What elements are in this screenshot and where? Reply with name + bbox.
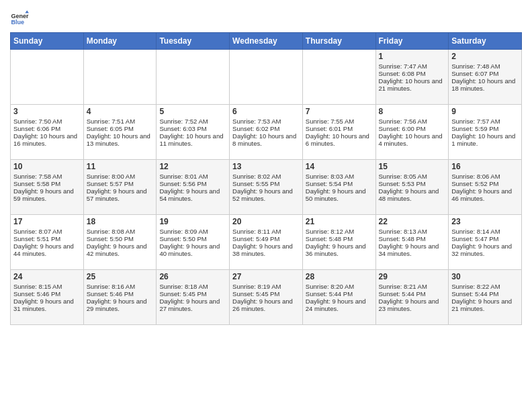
day-info-line: Daylight: 9 hours and 38 minutes. <box>232 242 300 257</box>
day-info-line: Sunrise: 7:51 AM <box>87 118 154 125</box>
week-row-1: 1Sunrise: 7:47 AMSunset: 6:08 PMDaylight… <box>11 50 522 105</box>
day-cell: 13Sunrise: 8:02 AMSunset: 5:55 PMDayligh… <box>230 160 303 215</box>
day-number: 5 <box>159 107 226 116</box>
day-info-line: Daylight: 9 hours and 48 minutes. <box>379 187 446 202</box>
day-number: 3 <box>13 107 81 116</box>
day-cell <box>11 50 84 105</box>
day-info-line: Daylight: 9 hours and 50 minutes. <box>306 187 373 202</box>
day-info-line: Sunset: 5:58 PM <box>13 180 81 187</box>
day-number: 21 <box>306 217 373 226</box>
week-row-3: 10Sunrise: 7:58 AMSunset: 5:58 PMDayligh… <box>11 160 522 215</box>
day-info-line: Daylight: 10 hours and 6 minutes. <box>306 132 373 147</box>
day-info-line: Sunset: 6:06 PM <box>13 125 81 132</box>
svg-text:Blue: Blue <box>11 19 24 26</box>
day-info-line: Daylight: 9 hours and 57 minutes. <box>87 187 154 202</box>
day-header-monday: Monday <box>83 33 157 50</box>
day-info-line: Sunrise: 8:08 AM <box>87 228 154 235</box>
logo-icon: General Blue <box>10 9 29 28</box>
svg-text:General: General <box>11 13 29 19</box>
day-info-line: Sunset: 6:05 PM <box>87 125 154 132</box>
day-info-line: Sunrise: 8:14 AM <box>451 228 519 235</box>
day-info-line: Sunrise: 8:09 AM <box>159 228 226 235</box>
day-info-line: Daylight: 9 hours and 24 minutes. <box>306 298 373 312</box>
day-info-line: Daylight: 9 hours and 26 minutes. <box>232 298 300 312</box>
day-info-line: Sunset: 6:03 PM <box>159 125 226 132</box>
day-info-line: Daylight: 10 hours and 13 minutes. <box>87 132 154 147</box>
day-cell: 22Sunrise: 8:13 AMSunset: 5:48 PMDayligh… <box>375 215 449 270</box>
logo: General Blue <box>10 9 32 28</box>
day-info-line: Sunrise: 8:03 AM <box>306 173 373 180</box>
day-cell: 25Sunrise: 8:16 AMSunset: 5:46 PMDayligh… <box>83 270 157 325</box>
day-info-line: Daylight: 10 hours and 11 minutes. <box>159 132 226 147</box>
calendar-header: SundayMondayTuesdayWednesdayThursdayFrid… <box>11 33 522 50</box>
header: General Blue <box>10 7 522 28</box>
day-info-line: Daylight: 10 hours and 4 minutes. <box>379 132 446 147</box>
day-info-line: Sunrise: 7:55 AM <box>306 118 373 125</box>
day-cell: 23Sunrise: 8:14 AMSunset: 5:47 PMDayligh… <box>449 215 522 270</box>
day-info-line: Sunset: 5:45 PM <box>232 290 300 298</box>
day-number: 25 <box>87 272 154 281</box>
day-info-line: Sunset: 5:55 PM <box>232 180 300 187</box>
day-info-line: Daylight: 9 hours and 21 minutes. <box>451 298 519 312</box>
day-cell: 14Sunrise: 8:03 AMSunset: 5:54 PMDayligh… <box>302 160 375 215</box>
day-info-line: Sunrise: 8:19 AM <box>232 283 300 290</box>
day-cell: 5Sunrise: 7:52 AMSunset: 6:03 PMDaylight… <box>157 105 230 160</box>
day-number: 1 <box>379 52 446 61</box>
day-info-line: Daylight: 10 hours and 18 minutes. <box>451 77 519 92</box>
day-info-line: Sunrise: 8:00 AM <box>87 173 154 180</box>
day-info-line: Sunset: 6:00 PM <box>379 125 446 132</box>
day-info-line: Daylight: 10 hours and 16 minutes. <box>13 132 81 147</box>
day-number: 2 <box>451 52 519 61</box>
day-cell: 19Sunrise: 8:09 AMSunset: 5:50 PMDayligh… <box>157 215 230 270</box>
day-number: 28 <box>306 272 373 281</box>
day-info-line: Sunset: 5:53 PM <box>379 180 446 187</box>
day-info-line: Daylight: 9 hours and 59 minutes. <box>13 187 81 202</box>
calendar-body: 1Sunrise: 7:47 AMSunset: 6:08 PMDaylight… <box>11 50 522 325</box>
calendar-table: SundayMondayTuesdayWednesdayThursdayFrid… <box>10 32 522 325</box>
day-info-line: Sunset: 5:45 PM <box>159 290 226 298</box>
day-info-line: Sunset: 5:47 PM <box>451 235 519 242</box>
week-row-2: 3Sunrise: 7:50 AMSunset: 6:06 PMDaylight… <box>11 105 522 160</box>
day-info-line: Sunrise: 8:15 AM <box>13 283 81 290</box>
day-number: 11 <box>87 162 154 171</box>
day-info-line: Sunset: 5:50 PM <box>87 235 154 242</box>
day-info-line: Sunset: 5:46 PM <box>13 290 81 298</box>
day-info-line: Sunrise: 8:16 AM <box>87 283 154 290</box>
day-info-line: Sunset: 5:44 PM <box>451 290 519 298</box>
day-info-line: Daylight: 10 hours and 1 minute. <box>451 132 519 147</box>
day-info-line: Sunrise: 8:18 AM <box>159 283 226 290</box>
day-number: 22 <box>379 217 446 226</box>
day-cell <box>302 50 375 105</box>
day-number: 14 <box>306 162 373 171</box>
day-cell <box>230 50 303 105</box>
day-info-line: Sunset: 5:51 PM <box>13 235 81 242</box>
day-info-line: Sunrise: 7:47 AM <box>379 62 446 70</box>
day-cell: 2Sunrise: 7:48 AMSunset: 6:07 PMDaylight… <box>449 50 522 105</box>
day-number: 9 <box>451 107 519 116</box>
day-info-line: Sunrise: 7:50 AM <box>13 118 81 125</box>
day-number: 23 <box>451 217 519 226</box>
day-cell: 12Sunrise: 8:01 AMSunset: 5:56 PMDayligh… <box>157 160 230 215</box>
day-number: 30 <box>451 272 519 281</box>
day-info-line: Sunset: 5:59 PM <box>451 125 519 132</box>
day-header-thursday: Thursday <box>302 33 375 50</box>
day-info-line: Daylight: 9 hours and 36 minutes. <box>306 242 373 257</box>
day-header-sunday: Sunday <box>11 33 84 50</box>
day-info-line: Sunrise: 8:20 AM <box>306 283 373 290</box>
day-info-line: Sunrise: 7:56 AM <box>379 118 446 125</box>
day-info-line: Sunrise: 8:22 AM <box>451 283 519 290</box>
day-number: 10 <box>13 162 81 171</box>
day-info-line: Sunrise: 8:12 AM <box>306 228 373 235</box>
day-number: 19 <box>159 217 226 226</box>
day-number: 20 <box>232 217 300 226</box>
day-info-line: Daylight: 9 hours and 32 minutes. <box>451 242 519 257</box>
day-info-line: Sunrise: 7:58 AM <box>13 173 81 180</box>
day-info-line: Sunset: 5:56 PM <box>159 180 226 187</box>
day-header-wednesday: Wednesday <box>230 33 303 50</box>
day-info-line: Sunrise: 7:57 AM <box>451 118 519 125</box>
day-number: 15 <box>379 162 446 171</box>
day-info-line: Sunset: 6:08 PM <box>379 70 446 77</box>
day-number: 29 <box>379 272 446 281</box>
day-number: 26 <box>159 272 226 281</box>
day-info-line: Sunset: 6:01 PM <box>306 125 373 132</box>
